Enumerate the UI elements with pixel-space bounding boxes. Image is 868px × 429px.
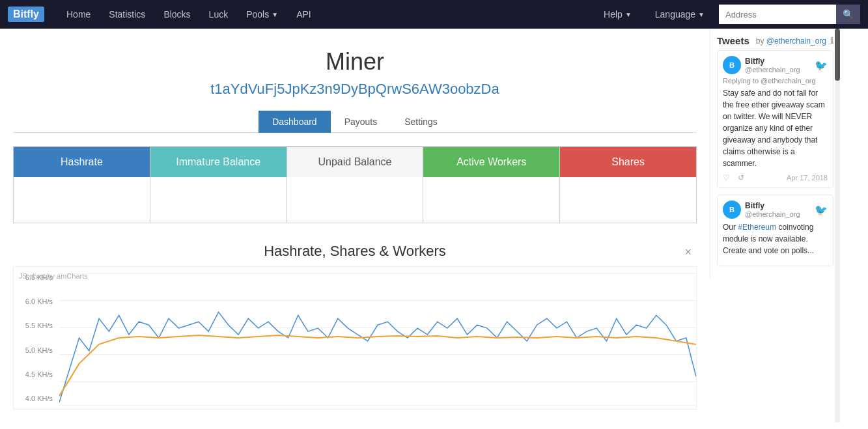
chart-container: JS chart by amCharts 6.5 KH/s 6.0 KH/s 5… [13,266,697,409]
twitter-bird-icon-0: 🐦 [815,59,828,72]
unpaid-value [287,177,423,223]
tweet-text-0: Stay safe and do not fall for the free e… [723,87,828,169]
chart-title: Hashrate, Shares & Workers [13,243,697,260]
search-button[interactable]: 🔍 [836,5,860,24]
hashrate-value [14,177,150,223]
nav-item-statistics[interactable]: Statistics [100,0,154,29]
tweet-handle-0: @etherchain_org [745,66,800,74]
tweets-account[interactable]: @etherchain_org [766,36,826,46]
y-label-5: 4.0 KH/s [17,394,56,402]
navbar-nav: Home Statistics Blocks Luck Pools ▼ API [57,0,595,29]
miner-address: t1aYdVuFj5JpKz3n9DyBpQrwS6AW3oobzDa [13,81,697,98]
stat-card-unpaid: Unpaid Balance [287,146,424,223]
main-content: Miner t1aYdVuFj5JpKz3n9DyBpQrwS6AW3oobzD… [0,29,868,422]
tweet-avatar-1: B [723,201,741,219]
stat-card-workers: Active Workers [423,146,560,223]
y-label-1: 6.0 KH/s [17,298,56,305]
miner-title: Miner [13,48,697,76]
chart-close-button[interactable]: × [679,243,697,262]
scrollbar-track [835,29,840,422]
y-label-3: 5.0 KH/s [17,346,56,354]
tweets-by: by @etherchain_org [756,36,826,46]
sidebar-wrapper: Tweets by @etherchain_org ℹ B Bitfly @et… [710,29,840,422]
tab-dashboard[interactable]: Dashboard [259,111,331,133]
tweet-handle-1: @etherchain_org [745,210,800,218]
hashtag-ethereum[interactable]: #Ethereum [738,223,776,232]
navbar-right: Help ▼ Language ▼ 🔍 [595,0,860,29]
y-label-4: 4.5 KH/s [17,370,56,378]
search-input[interactable] [719,5,836,24]
tweet-actions-0: ♡ ↺ Apr 17, 2018 [723,173,828,182]
unpaid-header: Unpaid Balance [287,147,423,177]
chart-svg [59,267,696,409]
shares-value [560,177,696,223]
nav-item-help[interactable]: Help ▼ [595,0,641,29]
workers-header: Active Workers [423,147,559,177]
tweet-user-row-1: B Bitfly @etherchain_org 🐦 [723,201,828,219]
tweet-user-row-0: B Bitfly @etherchain_org 🐦 [723,56,828,74]
nav-item-luck[interactable]: Luck [200,0,238,29]
nav-item-pools[interactable]: Pools ▼ [237,0,287,29]
lang-caret: ▼ [698,11,705,18]
tweet-username-0: Bitfly [745,57,800,66]
tweet-username-1: Bitfly [745,201,800,210]
pools-caret: ▼ [272,11,278,18]
tweet-retweet-icon-0[interactable]: ↺ [738,173,744,182]
help-caret: ▼ [625,11,632,18]
tweet-card-1: B Bitfly @etherchain_org 🐦 Our #Ethereum… [717,195,833,266]
shares-header: Shares [560,147,696,177]
tab-payouts[interactable]: Payouts [331,111,391,133]
tab-settings[interactable]: Settings [391,111,451,133]
nav-item-api[interactable]: API [287,0,320,29]
tweet-card-0: B Bitfly @etherchain_org 🐦 Replying to @… [717,50,833,188]
tweets-header: Tweets by @etherchain_org ℹ [717,35,833,46]
twitter-bird-icon-1: 🐦 [815,204,828,216]
brand-logo[interactable]: Bitfly [8,7,44,22]
immature-header: Immature Balance [150,147,287,177]
nav-item-home[interactable]: Home [57,0,100,29]
stat-card-hashrate: Hashrate [13,146,150,223]
stat-card-shares: Shares [560,146,697,223]
tabs-wrapper: Dashboard Payouts Settings [13,111,697,133]
y-label-2: 5.5 KH/s [17,322,56,329]
content-area: Miner t1aYdVuFj5JpKz3n9DyBpQrwS6AW3oobzD… [0,29,710,422]
chart-attribution: JS chart by amCharts [19,272,88,280]
chart-svg-area [59,267,696,409]
nav-item-language[interactable]: Language ▼ [646,0,714,29]
tweet-avatar-0: B [723,56,741,74]
info-icon[interactable]: ℹ [830,36,833,46]
immature-value [150,177,287,223]
stat-card-immature: Immature Balance [150,146,287,223]
workers-value [423,177,559,223]
sidebar: Tweets by @etherchain_org ℹ B Bitfly @et… [710,29,840,279]
y-axis: 6.5 KH/s 6.0 KH/s 5.5 KH/s 5.0 KH/s 4.5 … [14,267,59,409]
hashrate-header: Hashrate [14,147,150,177]
tweet-like-icon-0[interactable]: ♡ [723,173,730,182]
scrollbar-thumb[interactable] [835,29,840,81]
brand-logo-area[interactable]: Bitfly [8,7,47,22]
navbar: Bitfly Home Statistics Blocks Luck Pools… [0,0,868,29]
tweet-date-0: Apr 17, 2018 [787,174,828,182]
nav-item-blocks[interactable]: Blocks [154,0,199,29]
stats-row: Hashrate Immature Balance Unpaid Balance… [13,146,697,223]
chart-section: Hashrate, Shares & Workers × JS chart by… [13,243,697,409]
tweet-replying-0: Replying to @etherchain_org [723,77,828,85]
search-wrapper: 🔍 [719,5,860,24]
tweets-label: Tweets [717,35,749,46]
tweet-text-1: Our #Ethereum coinvoting module is now a… [723,221,828,256]
